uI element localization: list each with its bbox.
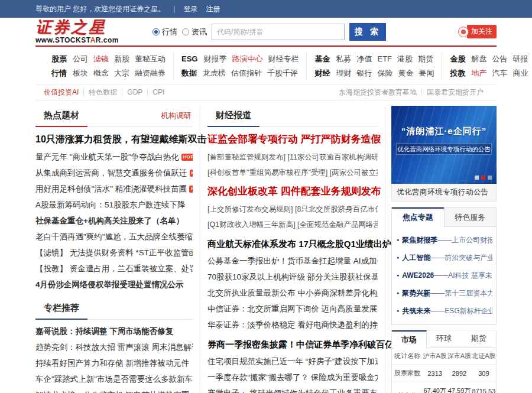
nav-link[interactable]: 滤镜: [93, 54, 109, 63]
nav-link[interactable]: 理财: [336, 69, 351, 77]
subnav-link[interactable]: CPI: [147, 88, 169, 96]
link-institution-research[interactable]: 机构调研: [161, 111, 193, 126]
radio-selected-icon[interactable]: [153, 28, 160, 35]
news-subline[interactable]: [首部董秘监管规则发布] [11家公司获逾百家机构调研]: [207, 150, 378, 165]
nav-link[interactable]: 估值指针: [231, 69, 262, 77]
tab-futures[interactable]: 期货: [461, 330, 496, 347]
list-item[interactable]: 北交所执业质量最新公布 中小券商深耕差异化构建优势: [207, 285, 378, 301]
radio-news[interactable]: 资讯: [182, 27, 207, 37]
nav-link[interactable]: 保险: [377, 69, 392, 77]
banner-caption[interactable]: 优化营商环境专项行动公告: [391, 184, 497, 202]
list-item[interactable]: 住宅项目规范实施已近一年 “好房子”建设按下加速键: [207, 353, 378, 369]
list-item[interactable]: A股最新筹码动向：51股股东户数连续下降: [35, 197, 193, 213]
nav-link[interactable]: 大宗: [114, 69, 129, 77]
news-bold-2[interactable]: 券商一季报密集披露！中信证券单季净利破百亿: [207, 336, 378, 353]
nav-link[interactable]: 路演中心: [232, 54, 262, 63]
subnav-link-ai[interactable]: 价值投资AI: [44, 88, 83, 96]
news-bold-1[interactable]: 商业航天标准体系发布 17只概念股Q1业绩出炉: [207, 235, 378, 253]
follow-button[interactable]: 加关注: [467, 25, 497, 38]
news-subline[interactable]: [上交所修订发布交易规则] [8只北交所股跻身百亿市值]: [207, 202, 378, 217]
tab-column-recommend[interactable]: 专栏推荐: [35, 298, 87, 320]
nav-fund[interactable]: 基金: [314, 54, 330, 63]
nav-education[interactable]: 投教: [450, 69, 465, 77]
nav-link[interactable]: 港股: [397, 54, 413, 63]
list-item[interactable]: 用好用足科创债"活水" 精准浇灌硬科技苗圃HOT: [35, 181, 193, 197]
nav-link[interactable]: 板块: [73, 69, 88, 77]
list-item[interactable]: 车企"踩踏式上新"市场是否需要这么多款新车: [35, 371, 193, 387]
nav-link[interactable]: 千股千评: [267, 69, 298, 77]
list-item[interactable]: 华泰证券：淡季价格稳定 看好电商快递盈利的持续修复: [207, 317, 378, 333]
list-item[interactable]: 中信证券：北交所重启网下询价 迈向高质量发展新阶段: [207, 301, 378, 317]
list-item[interactable]: 解读龙虎榜：分化藏玄机 锂电芯片逆势突围！: [35, 387, 193, 393]
nav-link[interactable]: 公告: [492, 54, 507, 63]
carousel-dot-active[interactable]: [481, 176, 485, 180]
nav-link[interactable]: 概念: [93, 69, 109, 77]
nav-link[interactable]: ETF: [377, 54, 392, 63]
nav-link[interactable]: 龙虎榜: [203, 69, 226, 77]
list-item[interactable]: 4月份涉企网络侵权举报受理处置情况公示: [35, 277, 193, 293]
nav-link[interactable]: 要闻: [419, 69, 434, 77]
weibo-follow[interactable]: 加关注: [458, 25, 497, 38]
tab-hot-topics[interactable]: 热点题材: [35, 106, 87, 127]
nav-link[interactable]: 私募: [336, 54, 351, 63]
list-item[interactable]: 持续看好国产算力和存储 新增推荐被动元件！: [35, 355, 193, 371]
list-item[interactable]: 70股获10家及以上机构评级 部分关注股获社保基金青睐: [207, 269, 378, 285]
site-logo[interactable]: 证券之星 www.STOCKSTAR.com: [35, 20, 136, 44]
tab-market[interactable]: 市场: [392, 330, 427, 348]
nav-quotes[interactable]: 行情: [51, 69, 67, 77]
subnav-link[interactable]: 东海期货投资者教育基地: [334, 88, 421, 96]
news-subline[interactable]: [Q1财政收入增幅三年新高] [全面规范金融产品网络营销]: [207, 217, 378, 232]
list-item[interactable]: 一季度存款“搬家”搬去哪了？ 保险成为重要吸金方向: [207, 369, 378, 385]
tab-finance-report[interactable]: 财经报道: [207, 106, 259, 127]
list-item[interactable]: 聚焦财报季——上市公司财报全解读: [397, 231, 492, 249]
subnav-link[interactable]: 国泰君安期货开户: [421, 88, 488, 96]
nav-link[interactable]: 地产: [471, 69, 486, 77]
list-item[interactable]: 赛微电子： 将硅光领域作为特色代工业务重要布局方向: [207, 385, 378, 393]
nav-link[interactable]: 新股: [114, 54, 129, 63]
search-input[interactable]: [212, 24, 345, 40]
nav-link[interactable]: 银行: [356, 69, 372, 77]
list-item[interactable]: 嘉哥说股：持续调整 下周市场能否修复: [35, 323, 193, 339]
list-item[interactable]: 老白干酒再遇"爽约"尴尬，五大品牌全线萎缩: [35, 229, 193, 245]
tab-special-services[interactable]: 特色服务: [444, 207, 497, 227]
search-button[interactable]: 搜 索: [349, 23, 386, 41]
nav-link[interactable]: 商业: [512, 69, 528, 77]
news-headline-1[interactable]: 证监会部署专项行动 严打严防财务造假: [207, 131, 378, 148]
radio-quotes[interactable]: 行情: [153, 27, 177, 37]
list-item[interactable]: 社保基金重仓+机构高关注股来了（名单）: [35, 213, 193, 229]
subnav-link[interactable]: GDP: [122, 88, 147, 96]
nav-link[interactable]: 财经专栏: [268, 54, 299, 63]
nav-data[interactable]: 数据: [181, 69, 197, 77]
list-item[interactable]: 【投教】 资金遭占用，兰石重装被立案、处罚: [35, 261, 193, 277]
list-item[interactable]: 聚势兴新——第十三届资本力量品牌: [397, 284, 492, 302]
list-item[interactable]: 从集成商到运营商，智慧交通服务价值跃迁HOT: [35, 165, 193, 181]
nav-link[interactable]: 解盘: [471, 54, 486, 63]
list-item[interactable]: 【滤镜】 无法提供财务资料 *ST正平收监管函: [35, 245, 193, 261]
list-item[interactable]: 共筑未来——ESG新标杆企业评选: [397, 302, 492, 320]
nav-link[interactable]: 汽车: [492, 69, 507, 77]
nav-link[interactable]: 黄金: [398, 69, 413, 77]
carousel-dot[interactable]: [488, 176, 492, 180]
list-item[interactable]: 人工智能——前沿突破与产业变革: [397, 249, 492, 267]
nav-link[interactable]: 净值: [356, 54, 372, 63]
nav-goldstock[interactable]: 金股: [450, 54, 465, 63]
tab-global[interactable]: 环球: [427, 330, 462, 347]
register-link[interactable]: 注册: [206, 4, 220, 14]
tab-focus-topics[interactable]: 焦点专题: [392, 207, 444, 227]
carousel-dot[interactable]: [475, 176, 479, 180]
radio-unselected-icon[interactable]: [182, 28, 189, 35]
list-item[interactable]: 趋势亮剑：科技放大招 雷声滚滚 周末消息解读: [35, 339, 193, 355]
list-item[interactable]: 量产元年 "商业航天第一股"争夺战白热化HOT: [35, 149, 193, 165]
subnav-link[interactable]: 特色数据: [83, 88, 122, 96]
hot-headline[interactable]: 10只滞涨算力租赁股，有望迎戴维斯双击: [35, 131, 193, 148]
nav-link[interactable]: 期货: [418, 54, 433, 63]
nav-esg[interactable]: ESG: [181, 54, 197, 63]
list-item[interactable]: 公募基金一季报出炉！货币基金扛起增量 AI成加仓主线: [207, 253, 378, 269]
nav-stock[interactable]: 股票: [51, 54, 67, 63]
nav-finance[interactable]: 财经: [314, 69, 330, 77]
news-headline-2[interactable]: 深化创业板改革 四件配套业务规则发布: [207, 183, 378, 200]
news-subline[interactable]: [科创板首单"重组简易审核程序"受理] [两家公司被立案]: [207, 165, 378, 180]
login-link[interactable]: 登录: [183, 4, 197, 14]
nav-link[interactable]: 财报季: [203, 54, 226, 63]
promo-banner[interactable]: “清朗浦江·e企同行” 优化营商网络环境专项行动的公告: [391, 106, 497, 184]
